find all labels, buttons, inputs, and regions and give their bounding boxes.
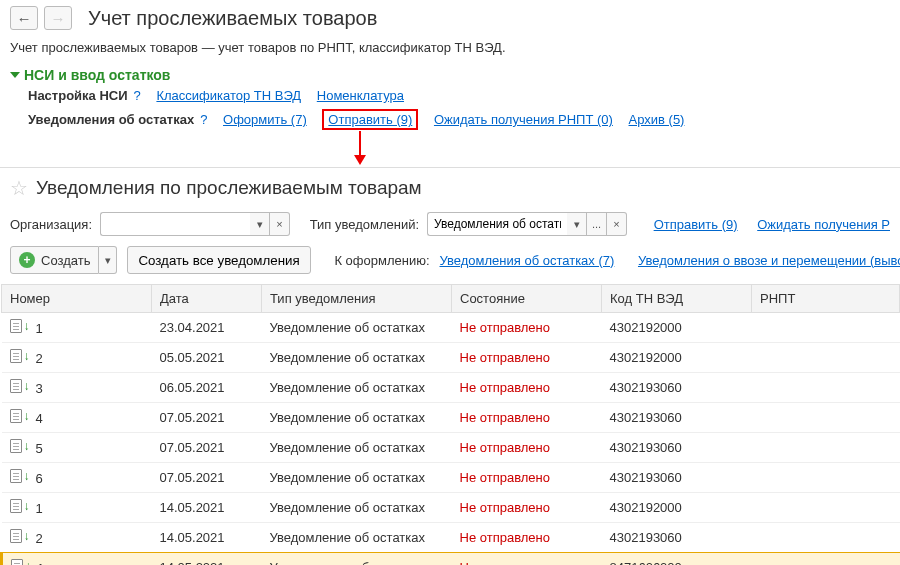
row-number: 1 — [37, 561, 44, 565]
notices-label: Уведомления об остатках — [28, 112, 194, 127]
row-rnpt — [752, 553, 900, 566]
pending-label: К оформлению: — [334, 253, 429, 268]
row-type: Уведомление об остатках — [262, 463, 452, 493]
row-date: 14.05.2021 — [152, 553, 262, 566]
type-more-button[interactable]: ... — [587, 212, 607, 236]
link-classifier[interactable]: Классификатор ТН ВЭД — [156, 88, 301, 103]
row-number: 2 — [36, 351, 43, 366]
row-date: 05.05.2021 — [152, 343, 262, 373]
chevron-down-icon — [10, 72, 20, 78]
create-dropdown-button[interactable]: ▾ — [99, 246, 117, 274]
table-row[interactable]: ↓306.05.2021Уведомление об остаткахНе от… — [2, 373, 900, 403]
row-date: 07.05.2021 — [152, 433, 262, 463]
table-row[interactable]: ↓114.05.2021Уведомление об остаткахНе от… — [2, 553, 900, 566]
row-code: 4302192000 — [602, 493, 752, 523]
row-number: 3 — [36, 381, 43, 396]
column-header[interactable]: Дата — [152, 285, 262, 313]
document-icon: ↓ — [10, 499, 30, 513]
link-archive[interactable]: Архив (5) — [629, 112, 685, 127]
table-row[interactable]: ↓214.05.2021Уведомление об остаткахНе от… — [2, 523, 900, 553]
row-type: Уведомление об остатках — [262, 433, 452, 463]
row-rnpt — [752, 403, 900, 433]
link-nomenclature[interactable]: Номенклатура — [317, 88, 404, 103]
subpage-title: Уведомления по прослеживаемым товарам — [36, 177, 422, 199]
row-type: Уведомление об остатках — [262, 343, 452, 373]
document-icon: ↓ — [10, 319, 30, 333]
row-code: 4302192000 — [602, 313, 752, 343]
section-toggle[interactable]: НСИ и ввод остатков — [0, 65, 900, 85]
document-icon: ↓ — [11, 559, 31, 565]
row-state: Не отправлено — [452, 523, 602, 553]
row-code: 4302193060 — [602, 403, 752, 433]
document-icon: ↓ — [10, 409, 30, 423]
plus-icon: + — [19, 252, 35, 268]
row-state: Не отправлено — [452, 343, 602, 373]
table-row[interactable]: ↓123.04.2021Уведомление об остаткахНе от… — [2, 313, 900, 343]
org-clear-button[interactable]: × — [270, 212, 290, 236]
link-process[interactable]: Оформить (7) — [223, 112, 307, 127]
type-label: Тип уведомлений: — [310, 217, 419, 232]
pending-link-2[interactable]: Уведомления о ввозе и перемещении (вывоз… — [638, 253, 900, 268]
type-dropdown-button[interactable]: ▾ — [567, 212, 587, 236]
row-state: Не отправлено — [452, 553, 602, 566]
callout-arrow-icon — [0, 133, 900, 165]
help-icon[interactable]: ? — [200, 112, 207, 127]
column-header[interactable]: Тип уведомления — [262, 285, 452, 313]
row-number: 2 — [36, 531, 43, 546]
row-code: 8471606000 — [602, 553, 752, 566]
row-code: 4302193060 — [602, 523, 752, 553]
highlight-box: Отправить (9) — [322, 109, 418, 130]
row-date: 14.05.2021 — [152, 523, 262, 553]
column-header[interactable]: Код ТН ВЭД — [602, 285, 752, 313]
row-number: 6 — [36, 471, 43, 486]
help-icon[interactable]: ? — [134, 88, 141, 103]
table-row[interactable]: ↓607.05.2021Уведомление об остаткахНе от… — [2, 463, 900, 493]
row-number: 1 — [36, 321, 43, 336]
row-state: Не отправлено — [452, 463, 602, 493]
document-icon: ↓ — [10, 439, 30, 453]
table-row[interactable]: ↓205.05.2021Уведомление об остаткахНе от… — [2, 343, 900, 373]
column-header[interactable]: Номер — [2, 285, 152, 313]
link-send[interactable]: Отправить (9) — [328, 112, 412, 127]
table-row[interactable]: ↓114.05.2021Уведомление об остаткахНе от… — [2, 493, 900, 523]
row-state: Не отправлено — [452, 313, 602, 343]
favorite-star-icon[interactable]: ☆ — [10, 176, 28, 200]
link-await-rnpt[interactable]: Ожидать получения РНПТ (0) — [434, 112, 613, 127]
row-state: Не отправлено — [452, 373, 602, 403]
table-row[interactable]: ↓507.05.2021Уведомление об остаткахНе от… — [2, 433, 900, 463]
row-code: 4302193060 — [602, 373, 752, 403]
row-type: Уведомление об остатках — [262, 523, 452, 553]
table-row[interactable]: ↓407.05.2021Уведомление об остаткахНе от… — [2, 403, 900, 433]
nav-forward-button[interactable]: → — [44, 6, 72, 30]
row-number: 1 — [36, 501, 43, 516]
row-code: 4302192000 — [602, 343, 752, 373]
create-button[interactable]: + Создать — [10, 246, 99, 274]
row-date: 07.05.2021 — [152, 403, 262, 433]
type-input[interactable] — [427, 212, 567, 236]
create-all-button[interactable]: Создать все уведомления — [127, 246, 310, 274]
row-date: 23.04.2021 — [152, 313, 262, 343]
link-await-right[interactable]: Ожидать получения Р — [757, 217, 890, 232]
row-type: Уведомление об остатках — [262, 403, 452, 433]
row-state: Не отправлено — [452, 493, 602, 523]
pending-link-1[interactable]: Уведомления об остатках (7) — [440, 253, 615, 268]
row-type: Уведомление об остатках — [262, 493, 452, 523]
row-type: Уведомление об остатках — [262, 373, 452, 403]
svg-marker-1 — [354, 155, 366, 165]
row-state: Не отправлено — [452, 433, 602, 463]
section-title: НСИ и ввод остатков — [24, 67, 170, 83]
link-send-right[interactable]: Отправить (9) — [654, 217, 738, 232]
org-input[interactable] — [100, 212, 250, 236]
nav-back-button[interactable]: ← — [10, 6, 38, 30]
row-number: 5 — [36, 441, 43, 456]
org-dropdown-button[interactable]: ▾ — [250, 212, 270, 236]
row-rnpt — [752, 463, 900, 493]
column-header[interactable]: Состояние — [452, 285, 602, 313]
row-rnpt — [752, 313, 900, 343]
row-date: 07.05.2021 — [152, 463, 262, 493]
row-rnpt — [752, 523, 900, 553]
type-clear-button[interactable]: × — [607, 212, 627, 236]
org-label: Организация: — [10, 217, 92, 232]
column-header[interactable]: РНПТ — [752, 285, 900, 313]
notifications-table: НомерДатаТип уведомленияСостояниеКод ТН … — [0, 284, 900, 565]
